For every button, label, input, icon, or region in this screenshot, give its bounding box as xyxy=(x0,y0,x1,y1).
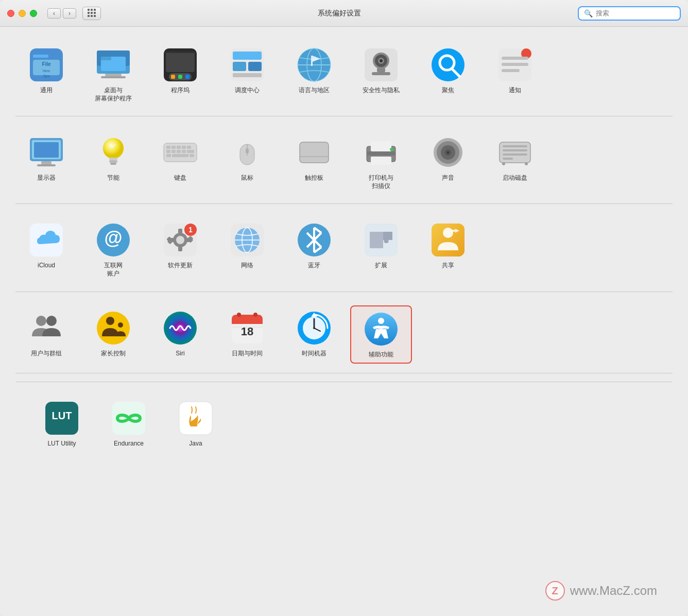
svg-rect-62 xyxy=(182,146,186,149)
svg-rect-82 xyxy=(371,157,391,165)
pref-startup[interactable]: 启动磁盘 xyxy=(484,130,546,194)
search-box[interactable]: 🔍 xyxy=(578,6,681,21)
svg-rect-44 xyxy=(502,63,528,66)
pref-endurance[interactable]: Endurance xyxy=(98,396,160,452)
pref-desktop[interactable]: 桌面与屏幕保护程序 xyxy=(82,42,144,107)
minimize-button[interactable] xyxy=(19,10,26,17)
pref-datetime[interactable]: 18 日期与时间 xyxy=(216,305,278,364)
pref-siri[interactable]: Siri xyxy=(149,305,211,364)
svg-text:Ope: Ope xyxy=(43,74,49,78)
pref-internet[interactable]: @ 互联网账户 xyxy=(82,217,144,282)
pref-sharing[interactable]: 共享 xyxy=(417,217,479,282)
svg-rect-94 xyxy=(503,153,527,156)
svg-rect-9 xyxy=(101,76,126,78)
pref-trackpad[interactable]: 触控板 xyxy=(283,130,345,194)
pref-printers[interactable]: 打印机与扫描仪 xyxy=(350,130,412,194)
section-hardware: 显示器 xyxy=(15,125,673,199)
svg-text:@: @ xyxy=(104,227,122,248)
pref-java[interactable]: Java xyxy=(165,396,227,452)
divider-4 xyxy=(15,373,673,373)
pref-extensions[interactable]: 扩展 xyxy=(350,217,412,282)
pref-keyboard[interactable]: 键盘 xyxy=(149,130,211,194)
pref-displays-label: 显示器 xyxy=(37,174,56,182)
svg-rect-81 xyxy=(371,141,391,151)
pref-timemachine[interactable]: 时间机器 xyxy=(283,305,345,364)
pref-language-label: 语言与地区 xyxy=(299,87,330,95)
pref-parental[interactable]: 家长控制 xyxy=(82,305,144,364)
pref-users[interactable]: 用户与群组 xyxy=(15,305,77,364)
section4-grid: 用户与群组 家长控制 xyxy=(15,300,673,369)
pref-dock[interactable]: 程序坞 xyxy=(149,42,211,107)
pref-trackpad-label: 触控板 xyxy=(305,174,323,182)
section-personal: File New Ope 通用 xyxy=(15,37,673,112)
pref-java-label: Java xyxy=(189,440,202,448)
pref-spotlight-label: 聚焦 xyxy=(442,87,454,95)
pref-mission[interactable]: 调度中心 xyxy=(216,42,278,107)
svg-rect-29 xyxy=(311,56,313,66)
search-input[interactable] xyxy=(596,9,668,17)
svg-rect-48 xyxy=(41,161,51,164)
svg-rect-23 xyxy=(233,52,262,60)
titlebar: ‹ › 系统偏好设置 🔍 xyxy=(0,0,688,27)
forward-button[interactable]: › xyxy=(63,8,76,19)
grid-view-button[interactable] xyxy=(82,7,101,20)
close-button[interactable] xyxy=(7,10,14,17)
watermark: Z www.MacZ.com xyxy=(545,581,657,601)
svg-rect-49 xyxy=(37,164,56,166)
pref-keyboard-label: 键盘 xyxy=(174,174,186,182)
pref-icloud[interactable]: iCloud xyxy=(15,217,77,282)
pref-network[interactable]: 网络 xyxy=(216,217,278,282)
svg-rect-54 xyxy=(109,160,117,163)
pref-spotlight[interactable]: 聚焦 xyxy=(417,42,479,107)
svg-rect-16 xyxy=(171,75,175,79)
pref-softwareupdate[interactable]: 1 软件更新 xyxy=(149,217,211,282)
pref-accessibility[interactable]: 辅助功能 xyxy=(350,305,412,364)
pref-network-label: 网络 xyxy=(241,262,253,270)
back-button[interactable]: ‹ xyxy=(47,8,61,19)
pref-lut[interactable]: LUT LUT Utility xyxy=(31,396,93,452)
svg-rect-83 xyxy=(367,151,395,156)
pref-sound-label: 声音 xyxy=(442,174,454,182)
svg-rect-18 xyxy=(185,75,190,79)
section-thirdparty: LUT LUT Utility Endurance xyxy=(15,382,673,463)
pref-users-label: 用户与群组 xyxy=(31,350,62,358)
svg-point-130 xyxy=(46,316,57,326)
watermark-z-logo: Z xyxy=(545,581,565,601)
svg-rect-70 xyxy=(166,154,171,157)
svg-point-127 xyxy=(443,228,453,238)
pref-energy[interactable]: 节能 xyxy=(82,130,144,194)
pref-language[interactable]: 语言与地区 xyxy=(283,42,345,107)
svg-rect-66 xyxy=(177,150,181,153)
pref-displays[interactable]: 显示器 xyxy=(15,130,77,194)
traffic-lights xyxy=(7,10,37,17)
pref-bluetooth-label: 蓝牙 xyxy=(308,262,320,270)
pref-sound[interactable]: 声音 xyxy=(417,130,479,194)
pref-mouse[interactable]: 鼠标 xyxy=(216,130,278,194)
svg-rect-137 xyxy=(232,320,263,324)
svg-point-132 xyxy=(106,317,114,325)
maximize-button[interactable] xyxy=(30,10,37,17)
svg-rect-14 xyxy=(166,52,195,53)
section2-grid: 显示器 xyxy=(15,125,673,199)
svg-point-35 xyxy=(380,59,383,62)
pref-general[interactable]: File New Ope 通用 xyxy=(15,42,77,107)
svg-point-139 xyxy=(253,313,257,317)
pref-extensions-label: 扩展 xyxy=(375,262,387,270)
svg-point-97 xyxy=(525,162,528,165)
pref-timemachine-label: 时间机器 xyxy=(302,350,326,358)
pref-notifications[interactable]: 通知 xyxy=(484,42,546,107)
svg-text:New: New xyxy=(43,69,50,73)
nav-buttons: ‹ › xyxy=(47,8,76,19)
pref-security[interactable]: 安全性与隐私 xyxy=(350,42,412,107)
svg-rect-45 xyxy=(502,69,520,72)
pref-icloud-label: iCloud xyxy=(38,262,55,270)
svg-rect-11 xyxy=(101,57,111,60)
svg-rect-21 xyxy=(248,62,262,71)
svg-rect-37 xyxy=(372,72,390,75)
pref-accessibility-label: 辅助功能 xyxy=(369,351,393,359)
svg-rect-95 xyxy=(503,158,513,160)
pref-bluetooth[interactable]: 蓝牙 xyxy=(283,217,345,282)
section3-grid: iCloud @ 互联网账户 xyxy=(15,212,673,287)
svg-rect-65 xyxy=(171,150,176,153)
pref-printers-label: 打印机与扫描仪 xyxy=(369,174,393,190)
